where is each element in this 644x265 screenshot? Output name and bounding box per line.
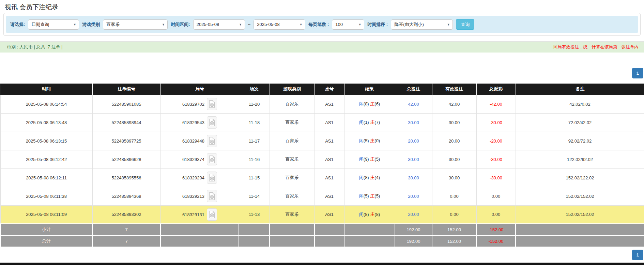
cell-table-no: AS1 <box>315 168 344 187</box>
round-id-text: 618329131 <box>182 212 204 217</box>
result-banker: 庄 <box>370 193 374 198</box>
cell-bet-id: 522485897725 <box>92 132 160 150</box>
cell-game-type: 百家乐 <box>270 132 315 150</box>
page-size-select[interactable]: 100 ▼ <box>332 19 364 30</box>
cell-session: 11-13 <box>239 205 270 224</box>
cell-total-bet-link[interactable]: 30.00 <box>395 113 432 132</box>
cell-total-bet-link[interactable]: 20.00 <box>395 187 432 205</box>
table-row: 2025-05-08 06:13:15 522485897725 6183294… <box>0 132 644 150</box>
column-header-payout: 总派彩 <box>476 84 516 95</box>
total-payout: -152.00 <box>476 235 516 247</box>
cell-time: 2025-05-08 06:11:09 <box>0 205 92 224</box>
video-replay-button[interactable] <box>207 190 217 202</box>
page-button[interactable]: 1 <box>632 68 643 78</box>
round-id-text: 618329448 <box>182 138 204 144</box>
chevron-down-icon[interactable]: ▼ <box>297 23 305 26</box>
round-id-text: 618329294 <box>182 175 204 180</box>
date-from-select[interactable]: 2025-05-08 ▼ <box>193 19 245 30</box>
result-player: 闲 <box>359 157 364 162</box>
result-player: 闲 <box>359 193 364 198</box>
video-replay-button[interactable] <box>207 116 217 129</box>
column-header-session: 场次 <box>239 84 270 95</box>
cell-total-bet-link[interactable]: 42.00 <box>395 95 432 113</box>
chevron-down-icon[interactable]: ▼ <box>444 23 453 26</box>
video-file-icon <box>209 155 215 163</box>
cell-remark: 152.02/152.02 <box>516 205 644 224</box>
video-file-icon <box>209 192 215 200</box>
currency-total-text: 币别 : 人民币 | 总共 :7 注单 | <box>7 44 63 50</box>
column-header-game-type: 游戏类别 <box>270 84 315 95</box>
cell-total-bet-link[interactable]: 30.00 <box>395 168 432 187</box>
cell-table-no: AS1 <box>315 205 344 224</box>
cell-session: 11-20 <box>239 95 270 113</box>
cell-table-no: AS1 <box>315 150 344 168</box>
total-total-bet: 192.00 <box>395 235 432 247</box>
column-header-total-bet: 总投注 <box>395 84 432 95</box>
cell-time: 2025-05-08 06:11:38 <box>0 187 92 205</box>
cell-result: 闲(8) 庄(6) <box>344 95 395 113</box>
cell-table-no: AS1 <box>315 113 344 132</box>
cell-payout: -30.00 <box>476 150 516 168</box>
cell-table-no: AS1 <box>315 95 344 113</box>
cell-payout: -20.00 <box>476 132 516 150</box>
footer-bar <box>0 263 644 265</box>
total-count: 7 <box>92 235 160 247</box>
result-banker-score: (5) <box>374 157 380 162</box>
column-header-result: 结果 <box>344 84 395 95</box>
result-player-score: (5) <box>364 193 370 198</box>
cell-round-id: 618329543 <box>160 113 239 132</box>
cell-round-id: 618329448 <box>160 132 239 150</box>
cell-result: 闲(1) 庄(7) <box>344 113 395 132</box>
video-replay-button[interactable] <box>207 153 217 165</box>
column-header-round-id: 局号 <box>160 84 239 95</box>
chevron-down-icon[interactable]: ▼ <box>71 23 79 26</box>
pagination-top: 1 <box>0 68 644 78</box>
result-banker-score: (7) <box>374 120 380 125</box>
video-replay-button[interactable] <box>207 208 217 221</box>
cell-table-no: AS1 <box>315 187 344 205</box>
result-banker: 庄 <box>370 212 374 217</box>
cell-round-id: 618329702 <box>160 95 239 113</box>
cell-total-bet-link[interactable]: 30.00 <box>395 150 432 168</box>
betting-records-table: 时间 注单编号 局号 场次 游戏类别 桌号 结果 总投注 有效投注 总派彩 备注… <box>0 84 644 247</box>
chevron-down-icon[interactable]: ▼ <box>159 23 167 26</box>
video-replay-button[interactable] <box>207 172 217 184</box>
video-file-icon <box>209 137 215 145</box>
table-row: 2025-05-08 06:13:48 522485898944 6183295… <box>0 113 644 132</box>
chevron-down-icon[interactable]: ▼ <box>356 23 364 26</box>
column-header-table-no: 桌号 <box>315 84 344 95</box>
total-valid-bet: 152.00 <box>432 235 476 247</box>
table-header-row: 时间 注单编号 局号 场次 游戏类别 桌号 结果 总投注 有效投注 总派彩 备注 <box>0 84 644 95</box>
subtotal-label: 小计 <box>0 224 92 235</box>
video-file-icon <box>209 100 215 108</box>
cell-total-bet-link[interactable]: 20.00 <box>395 205 432 224</box>
video-replay-button[interactable] <box>207 135 217 147</box>
total-row: 总计 7 192.00 152.00 -152.00 <box>0 235 644 247</box>
result-player-score: (5) <box>364 138 370 143</box>
cell-remark: 152.02/152.02 <box>516 187 644 205</box>
result-player: 闲 <box>359 212 364 217</box>
result-banker: 庄 <box>370 101 374 106</box>
video-replay-button[interactable] <box>207 98 217 110</box>
column-header-remark: 备注 <box>516 84 644 95</box>
result-player-score: (1) <box>364 120 370 125</box>
column-header-bet-id: 注单编号 <box>92 84 160 95</box>
round-id-text: 618329543 <box>182 120 204 125</box>
search-button[interactable]: 查询 <box>456 19 474 30</box>
cell-time: 2025-05-08 06:13:15 <box>0 132 92 150</box>
table-row: 2025-05-08 06:14:54 522485901085 6183297… <box>0 95 644 113</box>
page-button[interactable]: 1 <box>632 250 643 260</box>
date-to-select[interactable]: 2025-05-08 ▼ <box>254 19 305 30</box>
notice-text: 同局有效投注，统一计算在该局第一张注单内 <box>553 44 639 50</box>
result-player: 闲 <box>359 138 364 143</box>
result-banker-score: (4) <box>374 175 380 180</box>
sort-order-select[interactable]: 降幂(由大到小) ▼ <box>391 19 453 30</box>
chevron-down-icon[interactable]: ▼ <box>236 23 245 26</box>
game-type-select[interactable]: 百家乐 ▼ <box>103 19 168 30</box>
cell-round-id: 618329374 <box>160 150 239 168</box>
query-type-select[interactable]: 日期查询 ▼ <box>28 19 79 30</box>
cell-total-bet-link[interactable]: 20.00 <box>395 132 432 150</box>
page-title: 视讯 会员下注纪录 <box>5 3 644 12</box>
cell-session: 11-15 <box>239 168 270 187</box>
result-banker-score: (6) <box>374 101 380 106</box>
